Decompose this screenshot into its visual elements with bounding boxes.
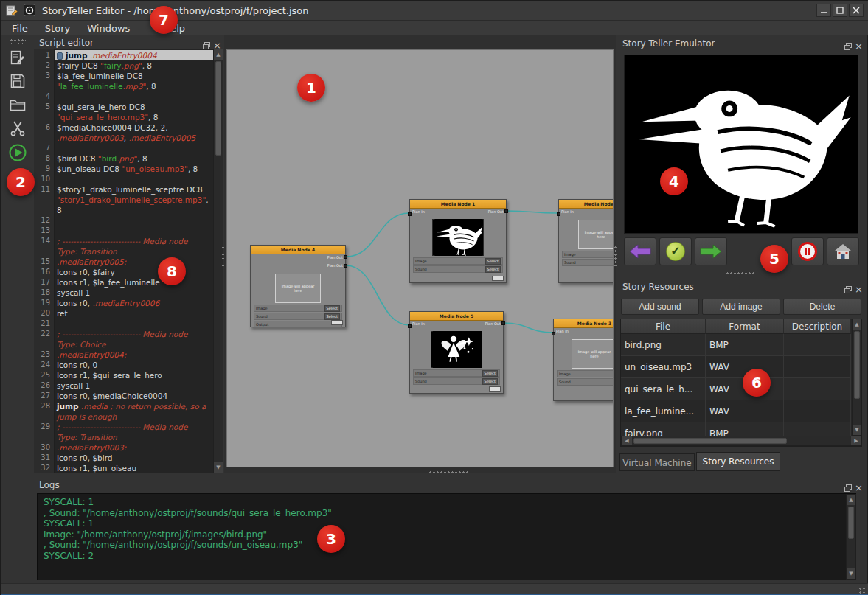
home-icon [834,243,852,260]
menu-windows[interactable]: Windows [80,21,136,35]
line-number: 31 [34,453,54,463]
delete-button[interactable]: Delete [783,299,861,315]
add-sound-button[interactable]: Add sound [621,299,699,315]
input-port[interactable] [408,212,412,216]
logs-scrollbar[interactable]: ▲ ▼ [846,494,856,580]
close-button[interactable] [849,4,864,17]
code-token: .png [117,154,133,163]
check-icon: ✓ [666,242,685,261]
output-port[interactable] [344,264,347,268]
scroll-left-icon[interactable]: ◀ [622,436,632,445]
table-row[interactable]: qui_sera_le_h...WAV [621,378,851,400]
new-script-icon[interactable] [7,48,27,68]
splitter-handle[interactable] [726,271,755,275]
close-dock-icon[interactable]: × [855,484,863,492]
scroll-right-icon[interactable]: ▶ [851,436,861,445]
tab-virtual-machine[interactable]: Virtual Machine [619,453,695,471]
line-number [34,195,54,205]
output-port[interactable] [501,321,505,325]
code-line: Type: Transition [55,432,213,442]
media-node[interactable]: Media Node 1Plan InPlan OutImageSelectSo… [409,199,507,283]
input-port-label: Plan In [556,329,569,333]
float-dock-icon[interactable] [844,282,852,296]
scrollbar-thumb[interactable] [854,331,860,399]
close-dock-icon[interactable]: × [855,286,863,293]
minimize-button[interactable] [816,4,831,17]
scroll-up-icon[interactable]: ▲ [847,495,855,505]
save-icon[interactable] [7,71,27,91]
emulator-forward-button[interactable] [695,237,727,265]
node-field-row: SoundSelect [413,265,503,273]
input-port[interactable] [408,324,412,328]
canvas-region: Media Node 4Plan OutPlan OutImage will a… [224,35,616,473]
emulator-pause-button[interactable] [791,237,824,265]
line-number [34,432,54,442]
logs-content[interactable]: SYSCALL: 1, Sound: "/home/anthony/ostpro… [37,493,856,580]
column-header[interactable]: File [621,319,706,334]
emulator-home-button[interactable] [827,237,859,265]
scroll-up-icon[interactable]: ▲ [853,319,861,330]
scroll-down-icon[interactable]: ▼ [847,568,855,579]
input-port[interactable] [552,332,555,335]
code-token: Type: Transition [57,433,117,442]
scrollbar-thumb[interactable] [848,507,854,539]
table-row[interactable]: fairy.pngBMP [621,422,851,436]
node-select-button[interactable]: Select [482,378,498,385]
tab-story-resources[interactable]: Story Resources [696,452,780,471]
table-row[interactable]: bird.pngBMP [621,334,851,356]
float-dock-icon[interactable] [844,39,852,53]
menu-story[interactable]: Story [38,21,77,35]
node-select-button[interactable]: Select [482,370,498,377]
table-vertical-scrollbar[interactable]: ▲ ▼ [852,319,862,436]
run-icon[interactable] [7,142,27,162]
splitter-handle[interactable] [614,246,617,266]
node-stepper[interactable] [489,386,501,392]
code-line: .mediaEntry0003: [55,442,213,453]
titlebar[interactable]: StoryTeller Editor - /home/anthony/ostpr… [1,1,868,21]
close-dock-icon[interactable]: × [213,42,221,49]
output-port[interactable] [344,255,347,259]
media-node[interactable]: Media Node 5Plan InPlan OutImageSelectSo… [409,311,504,394]
node-select-button[interactable]: Select [324,305,340,312]
close-dock-icon[interactable]: × [855,43,863,50]
logs-dock-title: Logs [39,480,60,490]
open-folder-icon[interactable] [7,94,27,114]
column-header[interactable]: Format [706,319,784,334]
line-number: 25 [34,370,54,380]
table-row[interactable]: un_oiseau.mp3WAV [621,356,851,378]
maximize-button[interactable] [833,4,847,17]
node-select-button[interactable]: Select [324,313,340,320]
node-title: Media Node 3 [554,319,614,328]
splitter-handle[interactable] [221,246,225,266]
node-select-button[interactable]: Select [485,258,501,265]
scroll-down-icon[interactable]: ▼ [214,462,223,473]
script-code[interactable]: jump .mediaEntry0004$fairy DC8 "fairy.pn… [55,49,213,473]
table-horizontal-scrollbar[interactable]: ◀ ▶ [621,436,862,446]
media-node[interactable]: Media Node 3Plan InImage will appear her… [553,319,614,401]
toolbar-grip-handle[interactable] [10,38,26,44]
scrollbar-thumb[interactable] [215,61,221,156]
splitter-handle[interactable] [428,470,469,474]
input-port[interactable] [557,212,560,216]
node-canvas[interactable]: Media Node 4Plan OutPlan OutImage will a… [226,49,614,467]
media-node[interactable]: Media Node 4Plan OutPlan OutImage will a… [250,245,346,327]
cut-icon[interactable] [7,118,27,138]
emulator-back-button[interactable] [624,237,656,265]
node-stepper[interactable] [492,276,504,281]
media-node[interactable]: Media Node 2Plan InImage will appear her… [558,199,614,283]
scroll-down-icon[interactable]: ▼ [853,425,861,435]
scrollbar-thumb[interactable] [633,438,787,444]
code-token: la_fee_luminelle [60,82,123,91]
menu-file[interactable]: File [5,21,35,35]
node-stepper[interactable] [331,320,343,325]
scroll-up-icon[interactable]: ▲ [214,49,223,60]
resources-table: FileFormatDescription bird.pngBMPun_oise… [620,319,862,447]
emulator-validate-button[interactable]: ✓ [659,237,692,265]
node-title: Media Node 2 [559,200,614,209]
column-header[interactable]: Description [784,319,851,334]
table-row[interactable]: la_fee_lumine...WAV [621,400,851,422]
add-image-button[interactable]: Add image [702,299,780,315]
node-select-button[interactable]: Select [485,266,501,273]
output-port[interactable] [504,209,508,213]
line-number: 27 [34,391,54,401]
